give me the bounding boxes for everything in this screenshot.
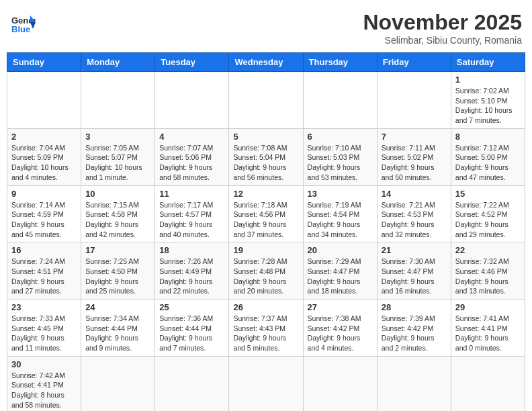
day-cell: 4Sunrise: 7:07 AM Sunset: 5:06 PM Daylig… bbox=[155, 128, 229, 185]
week-row-5: 23Sunrise: 7:33 AM Sunset: 4:45 PM Dayli… bbox=[7, 300, 525, 357]
calendar-header-row: SundayMondayTuesdayWednesdayThursdayFrid… bbox=[7, 53, 525, 72]
day-cell: 25Sunrise: 7:36 AM Sunset: 4:44 PM Dayli… bbox=[155, 300, 229, 357]
day-info: Sunrise: 7:18 AM Sunset: 4:56 PM Dayligh… bbox=[233, 200, 298, 240]
week-row-3: 9Sunrise: 7:14 AM Sunset: 4:59 PM Daylig… bbox=[7, 185, 525, 242]
day-info: Sunrise: 7:15 AM Sunset: 4:58 PM Dayligh… bbox=[85, 200, 150, 240]
day-cell bbox=[451, 356, 525, 411]
day-number: 1 bbox=[455, 75, 521, 85]
day-number: 18 bbox=[159, 245, 224, 255]
day-cell: 27Sunrise: 7:38 AM Sunset: 4:42 PM Dayli… bbox=[303, 300, 377, 357]
svg-text:Blue: Blue bbox=[11, 24, 30, 34]
day-cell: 14Sunrise: 7:21 AM Sunset: 4:53 PM Dayli… bbox=[377, 185, 451, 242]
day-info: Sunrise: 7:21 AM Sunset: 4:53 PM Dayligh… bbox=[382, 200, 447, 240]
day-cell: 5Sunrise: 7:08 AM Sunset: 5:04 PM Daylig… bbox=[229, 128, 303, 185]
day-cell: 21Sunrise: 7:30 AM Sunset: 4:47 PM Dayli… bbox=[377, 242, 451, 300]
day-info: Sunrise: 7:33 AM Sunset: 4:45 PM Dayligh… bbox=[11, 314, 77, 353]
location-subtitle: Selimbar, Sibiu County, Romania bbox=[363, 35, 522, 46]
week-row-2: 2Sunrise: 7:04 AM Sunset: 5:09 PM Daylig… bbox=[7, 128, 525, 185]
col-header-friday: Friday bbox=[377, 53, 451, 72]
day-cell bbox=[377, 356, 451, 411]
day-cell bbox=[7, 72, 81, 129]
day-info: Sunrise: 7:28 AM Sunset: 4:48 PM Dayligh… bbox=[233, 257, 298, 296]
day-number: 20 bbox=[308, 245, 373, 255]
day-number: 27 bbox=[308, 302, 373, 312]
day-cell: 20Sunrise: 7:29 AM Sunset: 4:47 PM Dayli… bbox=[303, 242, 377, 300]
week-row-1: 1Sunrise: 7:02 AM Sunset: 5:10 PM Daylig… bbox=[7, 72, 525, 129]
day-number: 16 bbox=[11, 245, 77, 255]
day-number: 15 bbox=[455, 189, 521, 199]
day-number: 19 bbox=[233, 245, 298, 255]
day-info: Sunrise: 7:04 AM Sunset: 5:09 PM Dayligh… bbox=[11, 143, 77, 183]
page-header: General Blue November 2025 Selimbar, Sib… bbox=[7, 7, 525, 46]
day-number: 12 bbox=[233, 189, 298, 199]
day-cell: 16Sunrise: 7:24 AM Sunset: 4:51 PM Dayli… bbox=[7, 242, 81, 300]
day-number: 24 bbox=[85, 302, 150, 312]
calendar-table: SundayMondayTuesdayWednesdayThursdayFrid… bbox=[7, 52, 525, 411]
day-number: 4 bbox=[159, 132, 224, 142]
day-number: 14 bbox=[382, 189, 447, 199]
day-info: Sunrise: 7:36 AM Sunset: 4:44 PM Dayligh… bbox=[159, 314, 224, 353]
day-cell: 7Sunrise: 7:11 AM Sunset: 5:02 PM Daylig… bbox=[377, 128, 451, 185]
day-cell: 6Sunrise: 7:10 AM Sunset: 5:03 PM Daylig… bbox=[303, 128, 377, 185]
col-header-sunday: Sunday bbox=[7, 53, 81, 72]
logo: General Blue bbox=[10, 10, 36, 36]
day-cell bbox=[155, 356, 229, 411]
svg-marker-3 bbox=[30, 22, 36, 29]
day-info: Sunrise: 7:32 AM Sunset: 4:46 PM Dayligh… bbox=[455, 257, 521, 296]
col-header-thursday: Thursday bbox=[303, 53, 377, 72]
day-info: Sunrise: 7:25 AM Sunset: 4:50 PM Dayligh… bbox=[85, 257, 150, 296]
day-cell: 9Sunrise: 7:14 AM Sunset: 4:59 PM Daylig… bbox=[7, 185, 81, 242]
day-number: 29 bbox=[455, 302, 521, 312]
day-cell bbox=[155, 72, 229, 129]
day-number: 2 bbox=[11, 132, 77, 142]
logo-icon: General Blue bbox=[10, 10, 36, 36]
day-info: Sunrise: 7:05 AM Sunset: 5:07 PM Dayligh… bbox=[85, 143, 150, 183]
day-number: 21 bbox=[382, 245, 447, 255]
day-info: Sunrise: 7:42 AM Sunset: 4:41 PM Dayligh… bbox=[11, 371, 77, 410]
day-number: 5 bbox=[233, 132, 298, 142]
col-header-tuesday: Tuesday bbox=[155, 53, 229, 72]
day-info: Sunrise: 7:26 AM Sunset: 4:49 PM Dayligh… bbox=[159, 257, 224, 296]
day-cell: 15Sunrise: 7:22 AM Sunset: 4:52 PM Dayli… bbox=[451, 185, 525, 242]
day-info: Sunrise: 7:29 AM Sunset: 4:47 PM Dayligh… bbox=[308, 257, 373, 296]
day-info: Sunrise: 7:41 AM Sunset: 4:41 PM Dayligh… bbox=[455, 314, 521, 353]
day-number: 17 bbox=[85, 245, 150, 255]
day-cell: 26Sunrise: 7:37 AM Sunset: 4:43 PM Dayli… bbox=[229, 300, 303, 357]
month-title: November 2025 bbox=[363, 10, 522, 35]
day-cell: 29Sunrise: 7:41 AM Sunset: 4:41 PM Dayli… bbox=[451, 300, 525, 357]
day-info: Sunrise: 7:24 AM Sunset: 4:51 PM Dayligh… bbox=[11, 257, 77, 296]
day-cell: 19Sunrise: 7:28 AM Sunset: 4:48 PM Dayli… bbox=[229, 242, 303, 300]
day-cell: 28Sunrise: 7:39 AM Sunset: 4:42 PM Dayli… bbox=[377, 300, 451, 357]
day-cell: 24Sunrise: 7:34 AM Sunset: 4:44 PM Dayli… bbox=[81, 300, 155, 357]
title-block: November 2025 Selimbar, Sibiu County, Ro… bbox=[363, 10, 522, 46]
day-info: Sunrise: 7:22 AM Sunset: 4:52 PM Dayligh… bbox=[455, 200, 521, 240]
day-number: 25 bbox=[159, 302, 224, 312]
day-info: Sunrise: 7:37 AM Sunset: 4:43 PM Dayligh… bbox=[233, 314, 298, 353]
week-row-4: 16Sunrise: 7:24 AM Sunset: 4:51 PM Dayli… bbox=[7, 242, 525, 300]
day-info: Sunrise: 7:30 AM Sunset: 4:47 PM Dayligh… bbox=[382, 257, 447, 296]
day-cell: 1Sunrise: 7:02 AM Sunset: 5:10 PM Daylig… bbox=[451, 72, 525, 129]
day-number: 3 bbox=[85, 132, 150, 142]
day-cell: 30Sunrise: 7:42 AM Sunset: 4:41 PM Dayli… bbox=[7, 356, 81, 411]
day-cell bbox=[81, 72, 155, 129]
day-number: 23 bbox=[11, 302, 77, 312]
col-header-wednesday: Wednesday bbox=[229, 53, 303, 72]
col-header-monday: Monday bbox=[81, 53, 155, 72]
day-info: Sunrise: 7:12 AM Sunset: 5:00 PM Dayligh… bbox=[455, 143, 521, 183]
day-info: Sunrise: 7:38 AM Sunset: 4:42 PM Dayligh… bbox=[308, 314, 373, 353]
day-cell bbox=[81, 356, 155, 411]
col-header-saturday: Saturday bbox=[451, 53, 525, 72]
day-cell: 10Sunrise: 7:15 AM Sunset: 4:58 PM Dayli… bbox=[81, 185, 155, 242]
day-cell: 2Sunrise: 7:04 AM Sunset: 5:09 PM Daylig… bbox=[7, 128, 81, 185]
day-number: 26 bbox=[233, 302, 298, 312]
day-number: 9 bbox=[11, 189, 77, 199]
week-row-6: 30Sunrise: 7:42 AM Sunset: 4:41 PM Dayli… bbox=[7, 356, 525, 411]
day-cell: 8Sunrise: 7:12 AM Sunset: 5:00 PM Daylig… bbox=[451, 128, 525, 185]
day-cell bbox=[303, 72, 377, 129]
day-cell bbox=[303, 356, 377, 411]
day-number: 28 bbox=[382, 302, 447, 312]
day-number: 7 bbox=[382, 132, 447, 142]
day-info: Sunrise: 7:17 AM Sunset: 4:57 PM Dayligh… bbox=[159, 200, 224, 240]
day-info: Sunrise: 7:07 AM Sunset: 5:06 PM Dayligh… bbox=[159, 143, 224, 183]
day-cell: 17Sunrise: 7:25 AM Sunset: 4:50 PM Dayli… bbox=[81, 242, 155, 300]
